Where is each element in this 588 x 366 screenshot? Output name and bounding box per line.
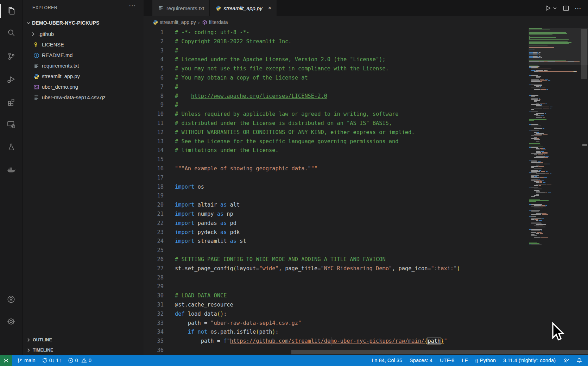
- code-line[interactable]: 31@st.cache_resource: [144, 301, 528, 310]
- breadcrumb-symbol-label: filterdata: [209, 19, 228, 25]
- code-line[interactable]: 5# you may not use this file except in c…: [144, 64, 528, 74]
- line-number: 22: [144, 219, 164, 228]
- remote-indicator[interactable]: [0, 355, 12, 366]
- line-number: 35: [144, 337, 164, 346]
- code-line[interactable]: 13# See the License for the specific lan…: [144, 137, 528, 146]
- accounts-icon[interactable]: [0, 290, 22, 308]
- code-line[interactable]: 16"""An example of showing geographic da…: [144, 164, 528, 173]
- code-line[interactable]: 27st.set_page_config(layout="wide", page…: [144, 264, 528, 273]
- code-line[interactable]: 11# distributed under the License is dis…: [144, 119, 528, 128]
- file-label: LICENSE: [42, 42, 64, 48]
- code-line[interactable]: 7#: [144, 83, 528, 92]
- code-line[interactable]: 3#: [144, 46, 528, 56]
- code-line[interactable]: 21import numpy as np: [144, 210, 528, 219]
- play-icon: [544, 4, 551, 12]
- code-line[interactable]: 15: [144, 155, 528, 164]
- search-icon[interactable]: [0, 24, 22, 42]
- code-line[interactable]: 4# Licensed under the Apache License, Ve…: [144, 55, 528, 64]
- close-icon[interactable]: ×: [268, 5, 272, 12]
- files-icon: [7, 7, 16, 16]
- line-number: 36: [144, 346, 164, 355]
- minimap-viewport[interactable]: [529, 28, 588, 65]
- sync-status[interactable]: 0↓ 1↑: [40, 358, 63, 363]
- explorer-icon[interactable]: [0, 2, 22, 20]
- breadcrumb: streamlit_app.py › filterdata: [144, 16, 588, 28]
- source-control-icon[interactable]: [0, 47, 22, 65]
- docker-icon[interactable]: [0, 160, 22, 178]
- code-line[interactable]: 8# http://www.apache.org/licenses/LICENS…: [144, 92, 528, 101]
- file-row-github[interactable]: .github: [23, 29, 144, 39]
- code-line[interactable]: 30# LOAD DATA ONCE: [144, 291, 528, 301]
- chevron-right-icon: [26, 347, 31, 353]
- indentation-status[interactable]: Spaces: 4: [408, 358, 434, 363]
- outline-section[interactable]: OUTLINE: [23, 335, 144, 345]
- explorer-more-actions-icon[interactable]: ⋯: [129, 1, 136, 10]
- tab-label: streamlit_app.py: [224, 5, 263, 11]
- code-line[interactable]: 22import pandas as pd: [144, 219, 528, 228]
- vertical-scrollbar[interactable]: [581, 29, 587, 79]
- problems-status[interactable]: 0 0: [67, 358, 93, 363]
- python-interpreter-status[interactable]: 3.11.4 ('nightly': conda): [502, 358, 557, 363]
- editor-group: requirements.txt streamlit_app.py × ⋯ st…: [144, 0, 588, 355]
- more-actions-icon[interactable]: ⋯: [575, 4, 582, 12]
- breadcrumb-file[interactable]: streamlit_app.py: [153, 19, 196, 25]
- code-editor[interactable]: 1# -*- coding: utf-8 -*-2# Copyright 201…: [144, 28, 528, 355]
- notifications-bell-icon[interactable]: [575, 358, 584, 364]
- cursor-position-status[interactable]: Ln 84, Col 35: [370, 358, 404, 363]
- code-line[interactable]: 32def load_data():: [144, 310, 528, 319]
- timeline-label: TIMELINE: [33, 348, 53, 353]
- code-line[interactable]: 2# Copyright 2018-2022 Streamlit Inc.: [144, 37, 528, 46]
- code-line[interactable]: 9#: [144, 101, 528, 110]
- tab-streamlit-app-py[interactable]: streamlit_app.py ×: [210, 0, 277, 16]
- remote-explorer-icon[interactable]: [0, 115, 22, 133]
- tab-requirements-txt[interactable]: requirements.txt: [152, 0, 210, 16]
- key-icon: [33, 42, 39, 48]
- run-debug-icon[interactable]: [0, 70, 22, 88]
- code-line[interactable]: 6# You may obtain a copy of the License …: [144, 74, 528, 83]
- file-row-uber-raw-data[interactable]: uber-raw-data-sep14.csv.gz: [23, 92, 144, 103]
- code-line[interactable]: 1# -*- coding: utf-8 -*-: [144, 28, 528, 37]
- code-line[interactable]: 29: [144, 282, 528, 291]
- code-line[interactable]: 28: [144, 273, 528, 283]
- file-label: streamlit_app.py: [42, 74, 80, 79]
- run-button[interactable]: [544, 4, 557, 12]
- file-row-streamlit-app[interactable]: streamlit_app.py: [23, 71, 144, 82]
- file-row-license[interactable]: LICENSE: [23, 39, 144, 50]
- code-line[interactable]: 19: [144, 191, 528, 201]
- testing-icon[interactable]: [0, 138, 22, 156]
- file-row-requirements[interactable]: requirements.txt: [23, 61, 144, 71]
- encoding-status[interactable]: UTF-8: [438, 358, 456, 363]
- code-line[interactable]: 34 if not os.path.isfile(path):: [144, 328, 528, 337]
- file-row-uber-demo-png[interactable]: uber_demo.png: [23, 82, 144, 92]
- line-number: 9: [144, 101, 164, 110]
- text-file-icon: [33, 63, 39, 69]
- feedback-icon[interactable]: [562, 358, 570, 364]
- code-line[interactable]: 20import altair as alt: [144, 201, 528, 210]
- breadcrumb-symbol[interactable]: filterdata: [202, 19, 228, 25]
- settings-gear-icon[interactable]: [0, 312, 22, 330]
- code-line[interactable]: 12# WITHOUT WARRANTIES OR CONDITIONS OF …: [144, 128, 528, 137]
- code-line[interactable]: 25: [144, 246, 528, 255]
- code-line[interactable]: 26# SETTING PAGE CONFIG TO WIDE MODE AND…: [144, 255, 528, 264]
- file-row-readme[interactable]: README.md: [23, 50, 144, 61]
- extensions-icon[interactable]: [0, 93, 22, 111]
- eol-status[interactable]: LF: [460, 358, 469, 363]
- code-line[interactable]: 23import pydeck as pdk: [144, 228, 528, 237]
- explorer-header: EXPLORER ⋯: [23, 0, 144, 15]
- sync-icon: [42, 358, 48, 363]
- language-mode-status[interactable]: Python: [474, 358, 497, 363]
- code-line[interactable]: 14# limitations under the License.: [144, 146, 528, 155]
- code-line[interactable]: 24import streamlit as st: [144, 237, 528, 246]
- symbol-cube-icon: [202, 20, 207, 25]
- tree-root-demo-uber-nyc-pickups[interactable]: DEMO-UBER-NYC-PICKUPS: [23, 18, 144, 28]
- minimap[interactable]: [529, 28, 581, 355]
- code-line[interactable]: 35 path = f"https://github.com/streamlit…: [144, 337, 528, 346]
- code-line[interactable]: 18import os: [144, 183, 528, 192]
- split-editor-button[interactable]: [562, 5, 570, 12]
- git-branch-status[interactable]: main: [15, 358, 37, 363]
- explorer-title: EXPLORER: [32, 5, 57, 10]
- timeline-section[interactable]: TIMELINE: [23, 345, 144, 355]
- code-line[interactable]: 10# Unless required by applicable law or…: [144, 110, 528, 119]
- code-line[interactable]: 33 path = "uber-raw-data-sep14.csv.gz": [144, 319, 528, 328]
- code-line[interactable]: 17: [144, 173, 528, 183]
